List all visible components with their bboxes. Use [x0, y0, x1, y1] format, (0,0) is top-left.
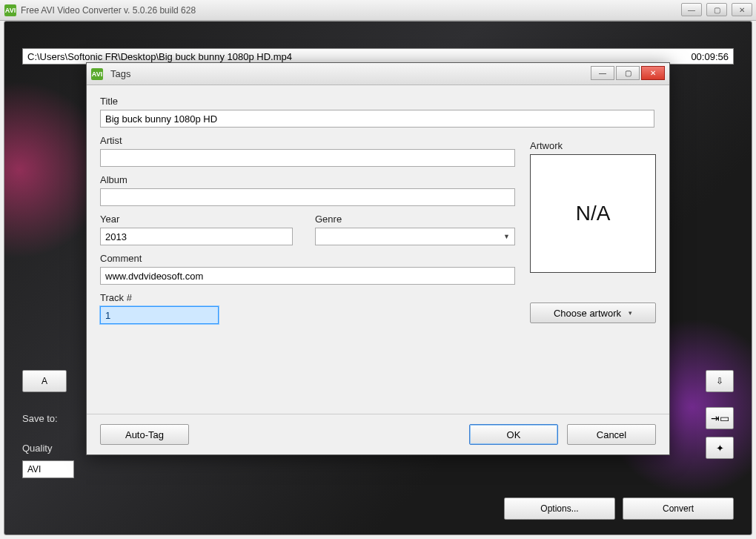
app-icon: AVI: [4, 4, 16, 16]
wand-icon: ✦: [716, 443, 724, 454]
year-input[interactable]: [100, 228, 293, 245]
main-titlebar: AVI Free AVI Video Converter v. 5.0.26 b…: [0, 0, 756, 21]
quality-label: Quality: [22, 443, 74, 454]
fields-left-column: Title Artist Album Year Genre ▼: [100, 96, 515, 324]
maximize-button[interactable]: ▢: [706, 3, 727, 16]
browse-folder-button[interactable]: ⇥▭: [706, 407, 734, 429]
wand-button[interactable]: ✦: [706, 437, 734, 459]
minimize-icon: —: [688, 6, 695, 14]
close-icon: ✕: [650, 69, 656, 77]
dialog-footer: Auto-Tag OK Cancel: [87, 414, 669, 454]
album-input[interactable]: [100, 188, 515, 206]
minimize-icon: —: [599, 69, 606, 77]
dialog-window-controls: — ▢ ✕: [591, 66, 665, 80]
window-controls: — ▢ ✕: [681, 3, 752, 16]
artwork-label: Artwork: [530, 140, 656, 151]
genre-label: Genre: [315, 214, 515, 225]
tags-dialog: AVI Tags — ▢ ✕ Title Artist Album Year G…: [86, 62, 670, 455]
ok-button[interactable]: OK: [469, 424, 558, 445]
track-label: Track #: [100, 292, 515, 303]
artist-input[interactable]: [100, 149, 515, 167]
convert-button[interactable]: Convert: [623, 497, 734, 520]
dialog-body: Title Artist Album Year Genre ▼: [87, 85, 669, 414]
choose-artwork-button[interactable]: Choose artwork ▾: [530, 302, 656, 323]
title-input[interactable]: [100, 110, 654, 128]
dialog-icon: AVI: [91, 68, 103, 80]
dialog-title: Tags: [110, 68, 130, 79]
file-path-text: C:\Users\Softonic FR\Desktop\Big buck bu…: [27, 51, 292, 62]
options-button[interactable]: Options...: [504, 497, 615, 520]
track-input[interactable]: [100, 306, 219, 324]
cancel-button[interactable]: Cancel: [567, 424, 656, 445]
artwork-placeholder: N/A: [576, 202, 611, 225]
maximize-icon: ▢: [714, 6, 720, 14]
comment-input[interactable]: [100, 267, 515, 285]
artist-label: Artist: [100, 135, 515, 146]
close-button[interactable]: ✕: [732, 3, 752, 16]
app-title: Free AVI Video Converter v. 5.0.26 build…: [21, 5, 196, 16]
artwork-panel: Artwork N/A Choose artwork ▾: [530, 140, 656, 323]
dialog-titlebar: AVI Tags — ▢ ✕: [87, 63, 669, 85]
maximize-icon: ▢: [625, 69, 631, 77]
dialog-maximize-button[interactable]: ▢: [616, 66, 640, 80]
file-duration: 00:09:56: [691, 51, 729, 62]
autotag-button[interactable]: Auto-Tag: [100, 424, 189, 445]
close-icon: ✕: [739, 6, 745, 14]
format-select[interactable]: AVI: [22, 460, 74, 478]
artwork-preview: N/A: [530, 154, 656, 273]
comment-label: Comment: [100, 253, 515, 264]
genre-select[interactable]: ▼: [315, 228, 515, 245]
dialog-minimize-button[interactable]: —: [591, 66, 614, 80]
folder-icon: ⇥▭: [711, 412, 729, 424]
album-label: Album: [100, 174, 515, 185]
chevron-down-icon: ▾: [629, 309, 632, 317]
download-button[interactable]: ⇩: [706, 370, 734, 392]
title-label: Title: [100, 96, 515, 107]
chevron-down-icon: ▼: [503, 233, 510, 240]
minimize-button[interactable]: —: [681, 3, 702, 16]
save-to-label: Save to:: [22, 413, 74, 424]
dialog-close-button[interactable]: ✕: [641, 66, 665, 80]
add-button[interactable]: A: [22, 370, 67, 392]
download-icon: ⇩: [716, 376, 723, 386]
year-label: Year: [100, 214, 293, 225]
